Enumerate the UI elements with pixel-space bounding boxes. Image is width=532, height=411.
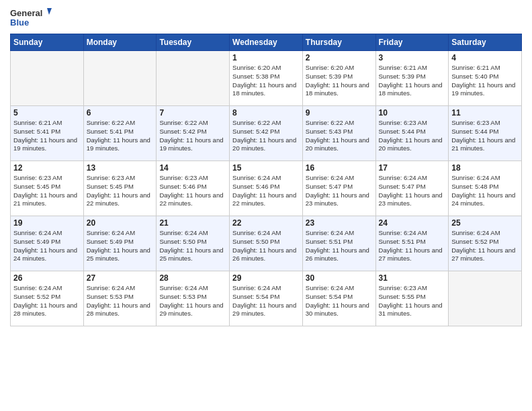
day-number: 12 bbox=[13, 163, 81, 173]
day-info: Sunrise: 6:24 AM Sunset: 5:49 PM Dayligh… bbox=[13, 229, 81, 263]
day-info: Sunrise: 6:24 AM Sunset: 5:53 PM Dayligh… bbox=[87, 284, 154, 318]
day-info: Sunrise: 6:20 AM Sunset: 5:39 PM Dayligh… bbox=[306, 64, 373, 98]
day-info: Sunrise: 6:24 AM Sunset: 5:50 PM Dayligh… bbox=[232, 229, 300, 263]
calendar-day-cell: 3Sunrise: 6:21 AM Sunset: 5:39 PM Daylig… bbox=[375, 51, 449, 106]
calendar-day-cell: 7Sunrise: 6:22 AM Sunset: 5:42 PM Daylig… bbox=[157, 106, 230, 161]
day-info: Sunrise: 6:24 AM Sunset: 5:47 PM Dayligh… bbox=[379, 174, 446, 208]
day-info: Sunrise: 6:24 AM Sunset: 5:51 PM Dayligh… bbox=[306, 229, 373, 263]
calendar-day-cell: 24Sunrise: 6:24 AM Sunset: 5:51 PM Dayli… bbox=[375, 216, 449, 271]
calendar-week-row: 26Sunrise: 6:24 AM Sunset: 5:52 PM Dayli… bbox=[11, 271, 522, 326]
day-number: 20 bbox=[87, 218, 154, 228]
day-info: Sunrise: 6:24 AM Sunset: 5:47 PM Dayligh… bbox=[306, 174, 373, 208]
day-of-week-header: Friday bbox=[375, 34, 449, 51]
calendar-day-cell: 21Sunrise: 6:24 AM Sunset: 5:50 PM Dayli… bbox=[157, 216, 230, 271]
day-info: Sunrise: 6:21 AM Sunset: 5:41 PM Dayligh… bbox=[13, 119, 81, 153]
day-number: 13 bbox=[87, 163, 154, 173]
logo-icon: General Blue bbox=[10, 7, 57, 28]
day-number: 31 bbox=[379, 273, 446, 283]
day-of-week-header: Wednesday bbox=[230, 34, 303, 51]
day-info: Sunrise: 6:24 AM Sunset: 5:53 PM Dayligh… bbox=[159, 284, 226, 318]
calendar-day-cell: 28Sunrise: 6:24 AM Sunset: 5:53 PM Dayli… bbox=[157, 271, 230, 326]
day-info: Sunrise: 6:20 AM Sunset: 5:38 PM Dayligh… bbox=[232, 64, 300, 98]
day-info: Sunrise: 6:22 AM Sunset: 5:41 PM Dayligh… bbox=[87, 119, 154, 153]
day-number: 2 bbox=[306, 53, 373, 62]
day-info: Sunrise: 6:24 AM Sunset: 5:54 PM Dayligh… bbox=[232, 284, 300, 318]
calendar-week-row: 5Sunrise: 6:21 AM Sunset: 5:41 PM Daylig… bbox=[11, 106, 522, 161]
calendar-week-row: 12Sunrise: 6:23 AM Sunset: 5:45 PM Dayli… bbox=[11, 161, 522, 216]
calendar-week-row: 19Sunrise: 6:24 AM Sunset: 5:49 PM Dayli… bbox=[11, 216, 522, 271]
calendar-table: SundayMondayTuesdayWednesdayThursdayFrid… bbox=[10, 34, 522, 326]
calendar-day-cell: 15Sunrise: 6:24 AM Sunset: 5:46 PM Dayli… bbox=[230, 161, 303, 216]
day-number: 15 bbox=[232, 163, 300, 173]
day-number: 19 bbox=[13, 218, 81, 228]
calendar-day-cell: 17Sunrise: 6:24 AM Sunset: 5:47 PM Dayli… bbox=[375, 161, 449, 216]
calendar-day-cell: 4Sunrise: 6:21 AM Sunset: 5:40 PM Daylig… bbox=[449, 51, 522, 106]
day-info: Sunrise: 6:24 AM Sunset: 5:52 PM Dayligh… bbox=[13, 284, 81, 318]
day-number: 22 bbox=[232, 218, 300, 228]
calendar-day-cell: 20Sunrise: 6:24 AM Sunset: 5:49 PM Dayli… bbox=[83, 216, 157, 271]
calendar-day-cell: 8Sunrise: 6:22 AM Sunset: 5:42 PM Daylig… bbox=[230, 106, 303, 161]
day-number: 10 bbox=[379, 108, 446, 118]
calendar-day-cell: 22Sunrise: 6:24 AM Sunset: 5:50 PM Dayli… bbox=[230, 216, 303, 271]
calendar-day-cell: 12Sunrise: 6:23 AM Sunset: 5:45 PM Dayli… bbox=[11, 161, 84, 216]
day-number: 21 bbox=[159, 218, 226, 228]
day-of-week-header: Monday bbox=[83, 34, 157, 51]
day-number: 17 bbox=[379, 163, 446, 173]
calendar-day-cell bbox=[157, 51, 230, 106]
day-number: 27 bbox=[87, 273, 154, 283]
day-number: 1 bbox=[232, 53, 300, 62]
day-number: 3 bbox=[379, 53, 446, 62]
day-info: Sunrise: 6:23 AM Sunset: 5:55 PM Dayligh… bbox=[379, 284, 446, 318]
day-info: Sunrise: 6:24 AM Sunset: 5:48 PM Dayligh… bbox=[451, 174, 519, 208]
calendar-day-cell: 27Sunrise: 6:24 AM Sunset: 5:53 PM Dayli… bbox=[83, 271, 157, 326]
day-info: Sunrise: 6:21 AM Sunset: 5:39 PM Dayligh… bbox=[379, 64, 446, 98]
day-info: Sunrise: 6:22 AM Sunset: 5:42 PM Dayligh… bbox=[232, 119, 300, 153]
day-info: Sunrise: 6:21 AM Sunset: 5:40 PM Dayligh… bbox=[451, 64, 519, 98]
day-number: 5 bbox=[13, 108, 81, 118]
logo: General Blue bbox=[10, 7, 57, 28]
calendar-day-cell bbox=[83, 51, 157, 106]
day-number: 4 bbox=[451, 53, 519, 62]
calendar-day-cell: 16Sunrise: 6:24 AM Sunset: 5:47 PM Dayli… bbox=[302, 161, 375, 216]
day-info: Sunrise: 6:24 AM Sunset: 5:52 PM Dayligh… bbox=[451, 229, 519, 263]
day-number: 26 bbox=[13, 273, 81, 283]
page-header: General Blue bbox=[10, 7, 522, 28]
day-info: Sunrise: 6:22 AM Sunset: 5:43 PM Dayligh… bbox=[306, 119, 373, 153]
day-number: 8 bbox=[232, 108, 300, 118]
svg-text:Blue: Blue bbox=[10, 17, 29, 28]
day-of-week-header: Saturday bbox=[449, 34, 522, 51]
day-info: Sunrise: 6:23 AM Sunset: 5:45 PM Dayligh… bbox=[13, 174, 81, 208]
calendar-day-cell: 1Sunrise: 6:20 AM Sunset: 5:38 PM Daylig… bbox=[230, 51, 303, 106]
calendar-day-cell: 26Sunrise: 6:24 AM Sunset: 5:52 PM Dayli… bbox=[11, 271, 84, 326]
calendar-day-cell: 29Sunrise: 6:24 AM Sunset: 5:54 PM Dayli… bbox=[230, 271, 303, 326]
calendar-day-cell bbox=[449, 271, 522, 326]
day-number: 18 bbox=[451, 163, 519, 173]
calendar-day-cell: 18Sunrise: 6:24 AM Sunset: 5:48 PM Dayli… bbox=[449, 161, 522, 216]
day-info: Sunrise: 6:23 AM Sunset: 5:45 PM Dayligh… bbox=[87, 174, 154, 208]
day-number: 14 bbox=[159, 163, 226, 173]
day-info: Sunrise: 6:24 AM Sunset: 5:51 PM Dayligh… bbox=[379, 229, 446, 263]
calendar-day-cell: 10Sunrise: 6:23 AM Sunset: 5:44 PM Dayli… bbox=[375, 106, 449, 161]
day-number: 6 bbox=[87, 108, 154, 118]
calendar-day-cell: 23Sunrise: 6:24 AM Sunset: 5:51 PM Dayli… bbox=[302, 216, 375, 271]
calendar-day-cell: 2Sunrise: 6:20 AM Sunset: 5:39 PM Daylig… bbox=[302, 51, 375, 106]
calendar-day-cell bbox=[11, 51, 84, 106]
day-info: Sunrise: 6:24 AM Sunset: 5:46 PM Dayligh… bbox=[232, 174, 300, 208]
calendar-day-cell: 9Sunrise: 6:22 AM Sunset: 5:43 PM Daylig… bbox=[302, 106, 375, 161]
day-info: Sunrise: 6:23 AM Sunset: 5:44 PM Dayligh… bbox=[379, 119, 446, 153]
day-number: 29 bbox=[232, 273, 300, 283]
svg-text:General: General bbox=[10, 8, 42, 18]
day-number: 28 bbox=[159, 273, 226, 283]
day-info: Sunrise: 6:22 AM Sunset: 5:42 PM Dayligh… bbox=[159, 119, 226, 153]
calendar-day-cell: 31Sunrise: 6:23 AM Sunset: 5:55 PM Dayli… bbox=[375, 271, 449, 326]
day-info: Sunrise: 6:23 AM Sunset: 5:44 PM Dayligh… bbox=[451, 119, 519, 153]
calendar-day-cell: 13Sunrise: 6:23 AM Sunset: 5:45 PM Dayli… bbox=[83, 161, 157, 216]
day-number: 23 bbox=[306, 218, 373, 228]
svg-marker-2 bbox=[47, 8, 52, 15]
calendar-day-cell: 25Sunrise: 6:24 AM Sunset: 5:52 PM Dayli… bbox=[449, 216, 522, 271]
day-info: Sunrise: 6:23 AM Sunset: 5:46 PM Dayligh… bbox=[159, 174, 226, 208]
calendar-week-row: 1Sunrise: 6:20 AM Sunset: 5:38 PM Daylig… bbox=[11, 51, 522, 106]
calendar-day-cell: 11Sunrise: 6:23 AM Sunset: 5:44 PM Dayli… bbox=[449, 106, 522, 161]
calendar-day-cell: 5Sunrise: 6:21 AM Sunset: 5:41 PM Daylig… bbox=[11, 106, 84, 161]
calendar-day-cell: 19Sunrise: 6:24 AM Sunset: 5:49 PM Dayli… bbox=[11, 216, 84, 271]
